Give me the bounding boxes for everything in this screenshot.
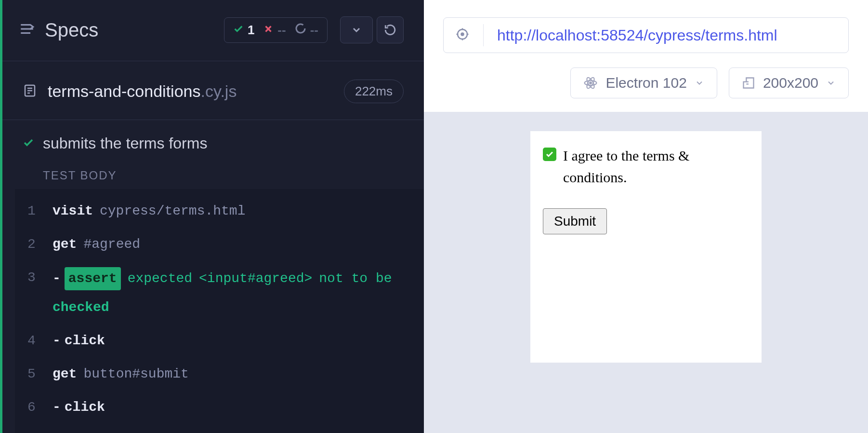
command-token: expected	[128, 268, 192, 290]
command-token: assert	[65, 267, 121, 291]
divider	[483, 24, 484, 46]
test-title-row[interactable]: submits the terms forms	[2, 120, 424, 157]
collapse-icon[interactable]	[19, 21, 35, 39]
command-token: <input#agreed>	[199, 268, 312, 290]
command-number: 3	[27, 267, 53, 289]
url-bar: http://localhost:58524/cypress/terms.htm…	[443, 17, 849, 53]
command-number: 6	[27, 397, 53, 419]
aut-url[interactable]: http://localhost:58524/cypress/terms.htm…	[497, 27, 777, 44]
terms-label[interactable]: I agree to the terms & conditions.	[563, 145, 749, 188]
command-body: getbutton#submit	[53, 364, 189, 385]
selector-playground-icon[interactable]	[455, 27, 470, 43]
viewport-label: 200x200	[763, 75, 818, 91]
terms-row: I agree to the terms & conditions.	[543, 145, 749, 188]
pending-icon	[295, 23, 306, 38]
command-token: -	[53, 268, 61, 290]
viewport-selector[interactable]: 200x200	[729, 68, 849, 98]
terms-checkbox[interactable]	[543, 148, 556, 161]
url-bar-wrap: http://localhost:58524/cypress/terms.htm…	[424, 0, 868, 68]
command-token: cypress/terms.html	[100, 201, 245, 222]
command-row[interactable]: 6-click	[19, 391, 420, 424]
command-body: -click	[53, 330, 105, 352]
command-token: checked	[53, 297, 109, 319]
ruler-icon	[742, 76, 755, 90]
command-row[interactable]: 3-assertexpected<input#agreed>not to bec…	[19, 261, 420, 325]
command-number: 4	[27, 330, 53, 352]
chevron-down-icon	[826, 75, 836, 91]
command-body: get#agreed	[53, 234, 140, 256]
command-number: 5	[27, 364, 53, 385]
command-body: -click	[53, 397, 105, 419]
command-token: #agreed	[83, 234, 140, 256]
aut-area: I agree to the terms & conditions. Submi…	[424, 112, 868, 433]
options-dropdown[interactable]	[340, 16, 373, 43]
command-token: not to be	[319, 268, 392, 290]
check-icon	[23, 135, 34, 152]
stat-passed: 1	[233, 23, 254, 38]
command-token: click	[65, 397, 105, 419]
command-row[interactable]: 1visitcypress/terms.html	[19, 195, 420, 228]
command-token: -	[53, 330, 61, 352]
runner-panel: Specs 1 -- --	[0, 0, 424, 433]
command-log: 1visitcypress/terms.html2get#agreed3-ass…	[15, 189, 424, 433]
command-body: visitcypress/terms.html	[53, 201, 245, 222]
x-icon	[263, 23, 274, 38]
spec-file-row[interactable]: terms-and-conditions .cy.js 222ms	[2, 61, 424, 120]
rerun-button[interactable]	[377, 16, 404, 43]
command-number: 2	[27, 234, 53, 256]
browser-label: Electron 102	[605, 75, 686, 91]
browser-selector[interactable]: Electron 102	[570, 68, 717, 98]
specs-title: Specs	[45, 19, 224, 41]
electron-icon	[583, 76, 598, 90]
spec-file-name: terms-and-conditions	[48, 82, 200, 101]
chevron-down-icon	[695, 75, 704, 91]
submit-button[interactable]: Submit	[543, 208, 607, 234]
command-row[interactable]: 2get#agreed	[19, 228, 420, 261]
command-token: get	[53, 234, 77, 256]
aut-panel: http://localhost:58524/cypress/terms.htm…	[424, 0, 868, 433]
command-number: 1	[27, 201, 53, 222]
svg-point-15	[590, 82, 592, 84]
command-token: button#submit	[83, 364, 188, 385]
specs-header: Specs 1 -- --	[2, 16, 424, 61]
check-icon	[233, 23, 244, 38]
command-row[interactable]: 4-click	[19, 325, 420, 358]
command-row[interactable]: 5getbutton#submit	[19, 358, 420, 391]
file-icon	[23, 83, 37, 100]
spec-file-ext: .cy.js	[200, 82, 237, 101]
aut-frame: I agree to the terms & conditions. Submi…	[530, 131, 762, 363]
test-body-label: TEST BODY	[2, 157, 424, 189]
aut-meta-row: Electron 102 200x200	[424, 68, 868, 112]
command-token: visit	[53, 201, 93, 222]
command-token: get	[53, 364, 77, 385]
spec-duration: 222ms	[344, 80, 404, 103]
svg-point-7	[461, 33, 464, 36]
command-token: click	[65, 330, 105, 352]
command-body: -assertexpected<input#agreed>not to bech…	[53, 267, 411, 319]
stat-failed: --	[263, 23, 286, 38]
test-stats: 1 -- --	[224, 17, 328, 43]
command-token: -	[53, 397, 61, 419]
stat-pending: --	[295, 23, 318, 38]
test-title: submits the terms forms	[43, 135, 207, 152]
